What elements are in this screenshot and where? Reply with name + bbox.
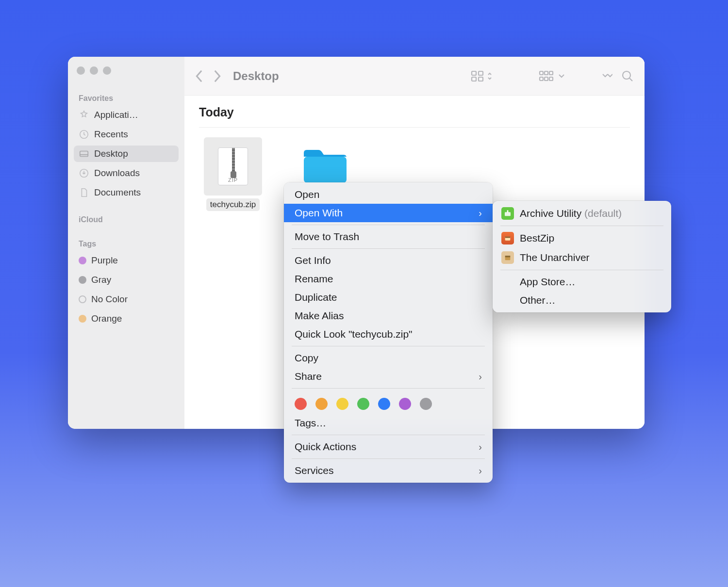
forward-button[interactable] <box>213 69 221 83</box>
submenu-item-label: Archive Utility <box>520 208 581 219</box>
downloads-icon <box>79 168 89 179</box>
submenu-app-store[interactable]: App Store… <box>493 273 671 291</box>
sidebar-item-recents[interactable]: Recents <box>74 126 179 143</box>
svg-rect-11 <box>540 77 543 81</box>
unarchiver-icon <box>501 251 514 264</box>
tag-color-red[interactable] <box>295 398 307 410</box>
svg-rect-9 <box>545 71 548 75</box>
chevron-right-icon: › <box>479 465 482 476</box>
tag-color-yellow[interactable] <box>336 398 348 410</box>
sidebar-section-favorites: Favorites <box>74 91 179 104</box>
clock-icon <box>79 129 89 140</box>
menu-make-alias[interactable]: Make Alias <box>284 307 493 325</box>
document-icon <box>79 187 89 198</box>
menu-get-info[interactable]: Get Info <box>284 251 493 270</box>
chevron-right-icon: › <box>479 208 482 219</box>
sidebar-tag-orange[interactable]: Orange <box>74 310 179 327</box>
close-button[interactable] <box>77 66 85 75</box>
submenu-bestzip[interactable]: BestZip <box>493 228 671 248</box>
submenu-item-label: The Unarchiver <box>520 252 590 263</box>
svg-point-14 <box>623 71 630 79</box>
toolbar-overflow-button[interactable] <box>602 73 612 80</box>
sidebar-item-label: Downloads <box>94 168 140 179</box>
tag-dot-icon <box>79 295 86 303</box>
menu-tags[interactable]: Tags… <box>284 414 493 432</box>
chevron-right-icon: › <box>479 371 482 382</box>
file-item-zip[interactable]: ZIP techycub.zip <box>199 137 267 211</box>
svg-rect-13 <box>549 77 553 81</box>
menu-separator <box>500 226 663 226</box>
menu-open[interactable]: Open <box>284 185 493 204</box>
tag-color-orange[interactable] <box>315 398 328 410</box>
sidebar-tag-gray[interactable]: Gray <box>74 272 179 288</box>
submenu-item-label: App Store… <box>520 276 575 288</box>
zip-file-icon: ZIP <box>204 137 262 196</box>
svg-rect-7 <box>479 77 483 81</box>
group-header-today: Today <box>199 105 630 128</box>
sidebar-item-label: Desktop <box>94 148 128 159</box>
menu-rename[interactable]: Rename <box>284 270 493 288</box>
svg-rect-8 <box>540 71 543 75</box>
submenu-archive-utility[interactable]: Archive Utility (default) <box>493 204 671 223</box>
sidebar-item-label: Gray <box>91 275 111 285</box>
submenu-other[interactable]: Other… <box>493 291 671 310</box>
menu-move-to-trash[interactable]: Move to Trash <box>284 228 493 246</box>
submenu-item-label: BestZip <box>520 232 554 244</box>
menu-quick-actions[interactable]: Quick Actions › <box>284 438 493 456</box>
window-controls <box>74 65 179 88</box>
view-icons-button[interactable] <box>471 70 492 82</box>
sidebar-item-label: Purple <box>91 255 118 266</box>
minimize-button[interactable] <box>90 66 98 75</box>
tag-color-blue[interactable] <box>378 398 390 410</box>
sidebar: Favorites Applicati… Recents Desktop Dow… <box>68 57 184 429</box>
sidebar-tag-nocolor[interactable]: No Color <box>74 291 179 308</box>
sidebar-section-icloud: iCloud <box>74 212 179 225</box>
chevron-right-icon: › <box>479 441 482 453</box>
sidebar-item-downloads[interactable]: Downloads <box>74 165 179 181</box>
tag-color-green[interactable] <box>357 398 369 410</box>
svg-rect-6 <box>472 77 476 81</box>
applications-icon <box>79 110 89 120</box>
menu-share[interactable]: Share › <box>284 367 493 386</box>
view-groups-button[interactable] <box>539 70 565 82</box>
svg-rect-12 <box>545 77 548 81</box>
menu-tag-colors <box>284 391 493 414</box>
open-with-submenu: Archive Utility (default) BestZip The Un… <box>493 201 671 312</box>
back-button[interactable] <box>195 69 204 83</box>
svg-rect-19 <box>505 237 511 238</box>
menu-separator <box>292 248 485 249</box>
menu-quick-look[interactable]: Quick Look "techycub.zip" <box>284 325 493 343</box>
menu-duplicate[interactable]: Duplicate <box>284 288 493 307</box>
maximize-button[interactable] <box>103 66 111 75</box>
tag-dot-icon <box>79 276 86 284</box>
desktop-icon <box>79 148 89 159</box>
bestzip-icon <box>501 232 514 245</box>
svg-rect-20 <box>505 257 511 261</box>
menu-separator <box>292 225 485 225</box>
sidebar-tag-purple[interactable]: Purple <box>74 252 179 269</box>
default-suffix: (default) <box>584 208 622 219</box>
menu-services[interactable]: Services › <box>284 461 493 480</box>
tag-color-gray[interactable] <box>420 398 432 410</box>
menu-copy[interactable]: Copy <box>284 349 493 367</box>
menu-separator <box>292 458 485 459</box>
toolbar: Desktop <box>184 57 645 96</box>
context-menu: Open Open With › Move to Trash Get Info … <box>284 182 493 483</box>
menu-separator <box>292 435 485 435</box>
submenu-unarchiver[interactable]: The Unarchiver <box>493 248 671 267</box>
sidebar-item-label: Documents <box>94 187 141 198</box>
search-button[interactable] <box>621 70 634 82</box>
sidebar-item-label: No Color <box>91 294 128 305</box>
menu-separator <box>292 346 485 346</box>
sidebar-item-desktop[interactable]: Desktop <box>74 146 179 162</box>
sidebar-item-applications[interactable]: Applicati… <box>74 107 179 123</box>
svg-rect-15 <box>304 157 347 183</box>
menu-separator <box>500 270 663 270</box>
submenu-item-label: Other… <box>520 294 556 306</box>
sidebar-item-documents[interactable]: Documents <box>74 184 179 201</box>
menu-open-with[interactable]: Open With › <box>284 204 493 222</box>
zip-badge: ZIP <box>218 177 248 183</box>
tag-dot-icon <box>79 315 86 323</box>
tag-color-purple[interactable] <box>399 398 411 410</box>
svg-rect-10 <box>549 71 553 75</box>
